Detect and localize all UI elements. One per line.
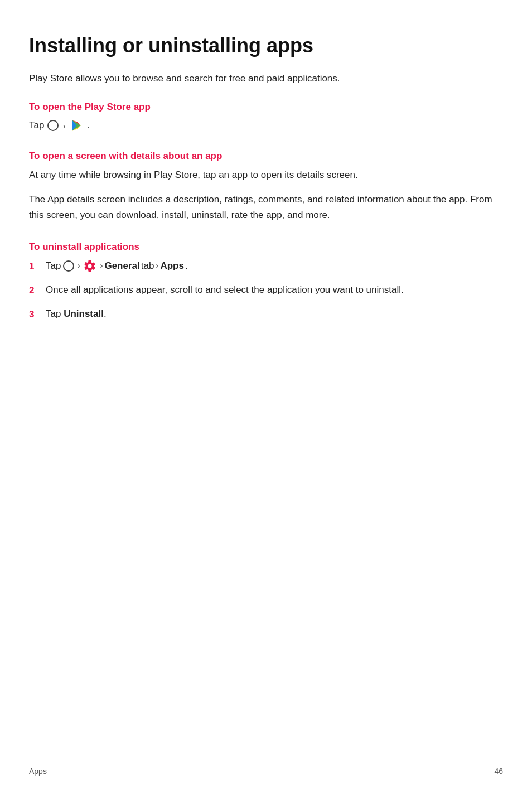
section-uninstall: To uninstall applications 1 Tap › (29, 241, 503, 322)
step1-apps: Apps (160, 258, 184, 274)
chevron-icon-2: › (77, 259, 80, 273)
step3-period: . (104, 308, 107, 319)
step3-uninstall: Uninstall (64, 308, 104, 319)
paragraph-details-2: The App details screen includes a descri… (29, 192, 503, 223)
tap-line-open: Tap › . (29, 118, 503, 133)
period-text: . (87, 120, 90, 131)
step-3-number: 3 (29, 307, 40, 322)
footer-section-label: Apps (29, 767, 47, 776)
step1-general: General (104, 258, 139, 274)
step-3: 3 Tap Uninstall. (29, 306, 503, 322)
step1-tap-text: Tap (46, 258, 61, 274)
section-heading-open-play-store: To open the Play Store app (29, 101, 503, 113)
step-1: 1 Tap › › General tab (29, 258, 503, 274)
home-circle-icon (47, 120, 59, 131)
step3-tap: Tap (46, 308, 64, 319)
section-heading-uninstall: To uninstall applications (29, 241, 503, 253)
step-1-content: Tap › › General tab › Apps. (46, 258, 503, 274)
step1-period: . (185, 258, 188, 274)
chevron-icon-3: › (100, 259, 103, 273)
step-2: 2 Once all applications appear, scroll t… (29, 282, 503, 298)
step-2-number: 2 (29, 283, 40, 298)
section-open-screen: To open a screen with details about an a… (29, 151, 503, 223)
section-heading-open-screen: To open a screen with details about an a… (29, 151, 503, 162)
section-open-play-store: To open the Play Store app Tap › . (29, 101, 503, 133)
step-1-number: 1 (29, 259, 40, 274)
tap-text: Tap (29, 120, 44, 131)
page-title: Installing or uninstalling apps (29, 33, 503, 57)
step-2-content: Once all applications appear, scroll to … (46, 282, 503, 298)
uninstall-steps: 1 Tap › › General tab (29, 258, 503, 322)
chevron-icon-4: › (156, 259, 158, 273)
intro-paragraph: Play Store allows you to browse and sear… (29, 71, 503, 86)
settings-icon (83, 259, 97, 273)
footer-page-number: 46 (494, 767, 503, 776)
step-3-content: Tap Uninstall. (46, 306, 503, 322)
chevron-icon-1: › (62, 121, 65, 130)
step-1-inline: Tap › › General tab › Apps. (46, 258, 503, 274)
paragraph-details-1: At any time while browsing in Play Store… (29, 167, 503, 183)
page-footer: Apps 46 (29, 767, 503, 776)
play-store-icon (69, 118, 84, 133)
step1-tab-text: tab (141, 258, 154, 274)
home-circle-icon-2 (63, 260, 74, 272)
